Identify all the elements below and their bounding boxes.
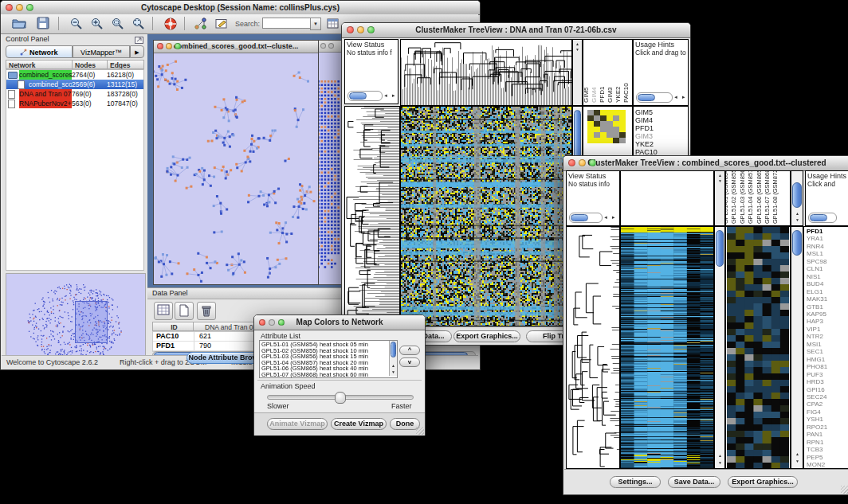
network-tree-row[interactable]: DNA and Tran 07769(0)183728(0) [6, 89, 143, 99]
labels-vscrollbar[interactable]: ▲ ▼ [791, 170, 803, 226]
network-tree-row[interactable]: RNAPuberNov2+563(0)107847(0) [6, 99, 143, 108]
up-arrow-icon[interactable]: ▲ [391, 363, 396, 368]
row-dendrogram[interactable] [345, 107, 399, 326]
scroll-thumb[interactable] [810, 214, 827, 221]
usage-scrollbar[interactable] [636, 92, 673, 103]
vscroll-thumb[interactable] [716, 230, 724, 267]
tab-overflow-button[interactable]: ▶ [130, 45, 144, 58]
right-arrow-icon[interactable]: ► [391, 93, 397, 98]
resize-grip[interactable] [416, 427, 424, 435]
up-arrow-icon[interactable]: ▲ [718, 453, 723, 458]
left-arrow-icon[interactable]: ◄ [383, 93, 389, 98]
down-arrow-icon[interactable]: ▼ [795, 217, 800, 222]
network-window-1-titlebar[interactable]: combined_scores_good.txt--cluste... [154, 41, 318, 53]
dialog-titlebar[interactable]: Map Colors to Network [254, 315, 425, 330]
down-arrow-icon[interactable]: ▼ [718, 178, 723, 183]
zoom-in-button[interactable] [88, 16, 106, 32]
minimize-button[interactable] [16, 4, 23, 11]
resize-grip[interactable] [841, 486, 848, 494]
float-panel-icon[interactable] [135, 37, 143, 44]
network-modification-button[interactable] [192, 16, 210, 32]
up-arrow-icon[interactable]: ▲ [575, 41, 580, 46]
column-header-edges[interactable]: Edges [107, 60, 144, 69]
treeview1-titlebar[interactable]: ClusterMaker TreeView : DNA and Tran 07-… [342, 23, 690, 38]
scroll-arrows[interactable]: ◄ ► [383, 93, 397, 98]
up-arrow-icon[interactable]: ▲ [718, 173, 723, 178]
close-button[interactable] [157, 43, 163, 49]
close-button[interactable] [259, 319, 265, 326]
create-vizmap-button[interactable]: Create Vizmap [331, 418, 387, 430]
zoom-selected-button[interactable] [109, 16, 127, 32]
zoom-out-button[interactable] [68, 16, 85, 32]
tab-network[interactable]: Network [6, 45, 73, 58]
correlation-matrix[interactable] [583, 107, 633, 154]
up-arrow-icon[interactable]: ▲ [795, 211, 800, 216]
data-column-id[interactable]: ID [152, 322, 194, 331]
column-header-network[interactable]: Network [6, 60, 73, 69]
heatmap-vscrollbar[interactable]: ▲ ▼ [714, 226, 725, 469]
zoom-fit-button[interactable] [130, 16, 147, 32]
tab-vizmapper[interactable]: VizMapper™ [73, 45, 130, 58]
node-attribute-browser-button[interactable]: Node Attribute Brows [186, 352, 264, 364]
zoom-button[interactable] [328, 43, 334, 49]
vscroll-thumb[interactable] [792, 182, 802, 208]
column-header-nodes[interactable]: Nodes [72, 60, 108, 69]
zoom-button[interactable] [175, 43, 181, 49]
move-up-button[interactable]: ^ [399, 346, 420, 355]
create-attribute-button[interactable] [175, 302, 194, 320]
close-button[interactable] [347, 26, 354, 33]
treeview2-titlebar[interactable]: ClusterMaker TreeView : combined_scores_… [563, 156, 848, 171]
usage-scrollbar[interactable] [808, 213, 837, 223]
down-arrow-icon[interactable]: ▼ [795, 459, 800, 463]
row-dendrogram[interactable] [567, 227, 619, 468]
right-arrow-icon[interactable]: ► [681, 95, 687, 100]
move-down-button[interactable]: v [399, 357, 420, 367]
column-dendrogram[interactable] [401, 40, 571, 105]
save-data-button[interactable]: Save Data... [668, 476, 720, 488]
birdseye-view[interactable] [6, 274, 145, 365]
dendrogram-scroll-strip[interactable]: ▲ ▼ [572, 39, 583, 106]
select-attributes-button[interactable] [154, 302, 173, 320]
search-input[interactable] [262, 18, 312, 29]
network-tree-row[interactable]: combined_sco2569(6)13112(15) [6, 80, 143, 89]
attribute-list-item[interactable]: GPL51-07 (GSM868) heat shock 60 min [260, 372, 397, 378]
status-scrollbar[interactable] [347, 91, 383, 101]
vscroll-thumb[interactable] [391, 342, 396, 357]
export-graphics-button[interactable]: Export Graphics... [453, 330, 520, 342]
zoom-button[interactable] [367, 26, 375, 33]
network-view[interactable] [154, 53, 316, 284]
vscroll-thumb[interactable] [792, 230, 802, 256]
annotation-button[interactable] [213, 16, 230, 32]
minimize-button[interactable] [166, 43, 172, 49]
zoom-button[interactable] [26, 4, 33, 11]
scroll-thumb[interactable] [571, 214, 588, 221]
scroll-thumb[interactable] [349, 92, 367, 100]
heatmap[interactable] [401, 107, 571, 326]
heatmap[interactable] [621, 227, 713, 468]
minimize-button[interactable] [320, 43, 326, 49]
main-titlebar[interactable]: Cytoscape Desktop (Session Name: collins… [1, 1, 480, 15]
down-arrow-icon[interactable]: ▼ [391, 369, 396, 374]
settings-button[interactable]: Settings... [610, 476, 661, 488]
right-arrow-icon[interactable]: ► [611, 215, 617, 220]
help-button[interactable] [162, 16, 179, 32]
animation-speed-slider[interactable] [267, 395, 414, 400]
down-arrow-icon[interactable]: ▼ [718, 460, 723, 465]
network-tree-row[interactable]: combined_scores2764(0)16218(0) [6, 70, 143, 80]
dendrogram-scroll-strip[interactable]: ▲ ▼ [714, 170, 725, 226]
scroll-arrows[interactable]: ◄ ► [603, 215, 617, 220]
save-session-button[interactable] [34, 16, 52, 32]
minimize-button[interactable] [579, 159, 586, 166]
scroll-arrows[interactable]: ◄ ► [673, 95, 687, 100]
close-button[interactable] [568, 159, 575, 166]
zoom-vscrollbar[interactable]: ▲ ▼ [791, 226, 803, 469]
up-arrow-icon[interactable]: ▲ [795, 451, 800, 456]
open-session-button[interactable] [10, 16, 28, 32]
slider-thumb[interactable] [335, 392, 346, 404]
attribute-browser-button[interactable] [324, 16, 342, 32]
left-arrow-icon[interactable]: ◄ [603, 215, 609, 220]
export-graphics-button[interactable]: Export Graphics... [728, 476, 798, 488]
zoom-heatmap[interactable] [727, 227, 789, 468]
minimize-button[interactable] [357, 26, 364, 33]
attribute-listbox[interactable]: GPL51-01 (GSM854) heat shock 05 minGPL51… [259, 340, 398, 378]
